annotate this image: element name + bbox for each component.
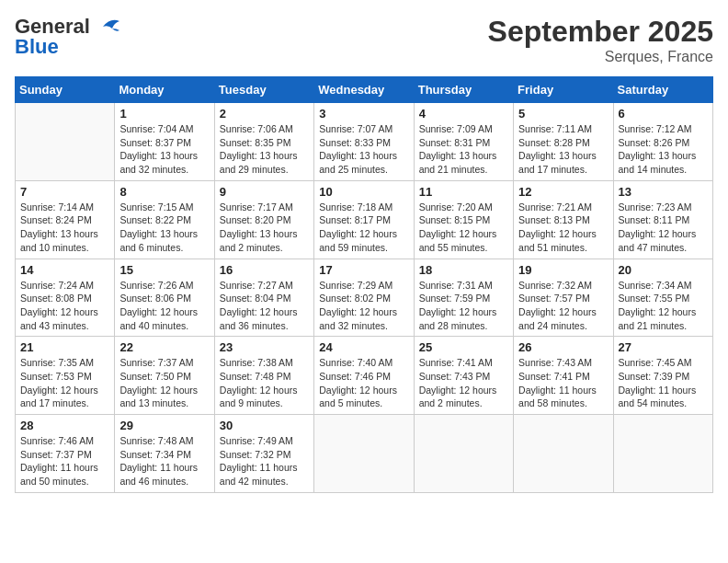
calendar-day: 22Sunrise: 7:37 AMSunset: 7:50 PMDayligh…: [115, 337, 214, 415]
day-info: Sunrise: 7:46 AMSunset: 7:37 PMDaylight:…: [20, 434, 109, 488]
day-info: Sunrise: 7:29 AMSunset: 8:02 PMDaylight:…: [319, 279, 408, 333]
calendar-day: 24Sunrise: 7:40 AMSunset: 7:46 PMDayligh…: [314, 337, 414, 415]
calendar-week-3: 14Sunrise: 7:24 AMSunset: 8:08 PMDayligh…: [16, 259, 713, 337]
day-info: Sunrise: 7:17 AMSunset: 8:20 PMDaylight:…: [220, 201, 309, 255]
calendar-day: 1Sunrise: 7:04 AMSunset: 8:37 PMDaylight…: [115, 103, 214, 181]
header-saturday: Saturday: [613, 77, 712, 103]
day-info: Sunrise: 7:18 AMSunset: 8:17 PMDaylight:…: [319, 201, 408, 255]
calendar-week-4: 21Sunrise: 7:35 AMSunset: 7:53 PMDayligh…: [16, 337, 713, 415]
calendar-day: 17Sunrise: 7:29 AMSunset: 8:02 PMDayligh…: [314, 259, 414, 337]
day-number: 25: [419, 340, 508, 354]
day-number: 20: [619, 263, 708, 277]
day-number: 19: [518, 263, 608, 277]
day-number: 17: [319, 263, 408, 277]
day-info: Sunrise: 7:41 AMSunset: 7:43 PMDaylight:…: [419, 356, 508, 410]
calendar-day: 16Sunrise: 7:27 AMSunset: 8:04 PMDayligh…: [214, 259, 313, 337]
calendar-day: 12Sunrise: 7:21 AMSunset: 8:13 PMDayligh…: [514, 180, 613, 259]
day-info: Sunrise: 7:12 AMSunset: 8:26 PMDaylight:…: [619, 122, 708, 177]
day-info: Sunrise: 7:14 AMSunset: 8:24 PMDaylight:…: [20, 201, 109, 255]
day-info: Sunrise: 7:23 AMSunset: 8:11 PMDaylight:…: [619, 201, 708, 255]
header-wednesday: Wednesday: [314, 77, 414, 103]
day-number: 5: [518, 107, 608, 121]
calendar-day: 27Sunrise: 7:45 AMSunset: 7:39 PMDayligh…: [613, 337, 712, 415]
day-number: 12: [518, 185, 608, 199]
calendar-day: 26Sunrise: 7:43 AMSunset: 7:41 PMDayligh…: [514, 337, 613, 415]
calendar-day: 18Sunrise: 7:31 AMSunset: 7:59 PMDayligh…: [414, 259, 513, 337]
calendar-day: 14Sunrise: 7:24 AMSunset: 8:08 PMDayligh…: [16, 259, 115, 337]
day-info: Sunrise: 7:21 AMSunset: 8:13 PMDaylight:…: [518, 201, 608, 255]
day-number: 7: [20, 185, 109, 199]
calendar-day: [613, 415, 712, 493]
calendar-day: 23Sunrise: 7:38 AMSunset: 7:48 PMDayligh…: [214, 337, 313, 415]
day-info: Sunrise: 7:15 AMSunset: 8:22 PMDaylight:…: [119, 201, 209, 255]
day-info: Sunrise: 7:27 AMSunset: 8:04 PMDaylight:…: [220, 279, 309, 333]
day-number: 23: [220, 340, 309, 354]
calendar-day: 10Sunrise: 7:18 AMSunset: 8:17 PMDayligh…: [314, 180, 414, 259]
day-number: 9: [220, 185, 309, 199]
header-sunday: Sunday: [16, 77, 115, 103]
logo-text-blue: Blue: [15, 35, 59, 59]
day-info: Sunrise: 7:45 AMSunset: 7:39 PMDaylight:…: [619, 356, 708, 410]
day-info: Sunrise: 7:31 AMSunset: 7:59 PMDaylight:…: [419, 279, 508, 333]
day-info: Sunrise: 7:24 AMSunset: 8:08 PMDaylight:…: [20, 279, 109, 333]
calendar-day: 28Sunrise: 7:46 AMSunset: 7:37 PMDayligh…: [16, 415, 115, 493]
calendar-week-1: 1Sunrise: 7:04 AMSunset: 8:37 PMDaylight…: [16, 103, 713, 181]
calendar-day: 30Sunrise: 7:49 AMSunset: 7:32 PMDayligh…: [214, 415, 313, 493]
header-tuesday: Tuesday: [214, 77, 313, 103]
calendar-day: 7Sunrise: 7:14 AMSunset: 8:24 PMDaylight…: [16, 180, 115, 259]
day-number: 21: [20, 340, 109, 354]
calendar-day: 20Sunrise: 7:34 AMSunset: 7:55 PMDayligh…: [613, 259, 712, 337]
page-subtitle: Serques, France: [488, 49, 713, 65]
calendar-day: 13Sunrise: 7:23 AMSunset: 8:11 PMDayligh…: [613, 180, 712, 259]
calendar-week-5: 28Sunrise: 7:46 AMSunset: 7:37 PMDayligh…: [16, 415, 713, 493]
day-info: Sunrise: 7:32 AMSunset: 7:57 PMDaylight:…: [518, 279, 608, 333]
day-number: 13: [619, 185, 708, 199]
day-info: Sunrise: 7:37 AMSunset: 7:50 PMDaylight:…: [119, 356, 209, 410]
title-block: September 2025 Serques, France: [488, 15, 713, 65]
day-info: Sunrise: 7:34 AMSunset: 7:55 PMDaylight:…: [619, 279, 708, 333]
calendar-day: 6Sunrise: 7:12 AMSunset: 8:26 PMDaylight…: [613, 103, 712, 181]
day-number: 29: [119, 419, 209, 432]
calendar-day: [314, 415, 414, 493]
calendar-day: [414, 415, 513, 493]
calendar-day: 4Sunrise: 7:09 AMSunset: 8:31 PMDaylight…: [414, 103, 513, 181]
day-info: Sunrise: 7:49 AMSunset: 7:32 PMDaylight:…: [220, 434, 309, 488]
calendar-day: [16, 103, 115, 181]
day-info: Sunrise: 7:07 AMSunset: 8:33 PMDaylight:…: [319, 122, 408, 177]
day-number: 30: [220, 419, 309, 432]
calendar-header-row: Sunday Monday Tuesday Wednesday Thursday…: [16, 77, 713, 103]
day-info: Sunrise: 7:40 AMSunset: 7:46 PMDaylight:…: [319, 356, 408, 410]
day-number: 15: [119, 263, 209, 277]
day-number: 22: [119, 340, 209, 354]
day-number: 8: [119, 185, 209, 199]
calendar-day: 21Sunrise: 7:35 AMSunset: 7:53 PMDayligh…: [16, 337, 115, 415]
header-monday: Monday: [115, 77, 214, 103]
day-number: 2: [220, 107, 309, 121]
day-info: Sunrise: 7:11 AMSunset: 8:28 PMDaylight:…: [518, 122, 608, 177]
day-info: Sunrise: 7:35 AMSunset: 7:53 PMDaylight:…: [20, 356, 109, 410]
day-info: Sunrise: 7:04 AMSunset: 8:37 PMDaylight:…: [119, 122, 209, 177]
day-info: Sunrise: 7:26 AMSunset: 8:06 PMDaylight:…: [119, 279, 209, 333]
logo-bird-icon: [94, 16, 121, 38]
day-number: 18: [419, 263, 508, 277]
day-info: Sunrise: 7:06 AMSunset: 8:35 PMDaylight:…: [220, 122, 309, 177]
day-info: Sunrise: 7:20 AMSunset: 8:15 PMDaylight:…: [419, 201, 508, 255]
calendar-day: 3Sunrise: 7:07 AMSunset: 8:33 PMDaylight…: [314, 103, 414, 181]
day-info: Sunrise: 7:43 AMSunset: 7:41 PMDaylight:…: [518, 356, 608, 410]
calendar-day: 2Sunrise: 7:06 AMSunset: 8:35 PMDaylight…: [214, 103, 313, 181]
day-number: 27: [619, 340, 708, 354]
calendar-day: 11Sunrise: 7:20 AMSunset: 8:15 PMDayligh…: [414, 180, 513, 259]
calendar-day: [514, 415, 613, 493]
day-number: 24: [319, 340, 408, 354]
page-header: General Blue September 2025 Serques, Fra…: [15, 15, 713, 65]
logo: General Blue: [15, 15, 121, 59]
header-thursday: Thursday: [414, 77, 513, 103]
day-info: Sunrise: 7:48 AMSunset: 7:34 PMDaylight:…: [119, 434, 209, 488]
calendar-week-2: 7Sunrise: 7:14 AMSunset: 8:24 PMDaylight…: [16, 180, 713, 259]
day-info: Sunrise: 7:09 AMSunset: 8:31 PMDaylight:…: [419, 122, 508, 177]
day-number: 3: [319, 107, 408, 121]
page-title: September 2025: [488, 15, 713, 49]
calendar-day: 5Sunrise: 7:11 AMSunset: 8:28 PMDaylight…: [514, 103, 613, 181]
day-number: 11: [419, 185, 508, 199]
day-number: 6: [619, 107, 708, 121]
